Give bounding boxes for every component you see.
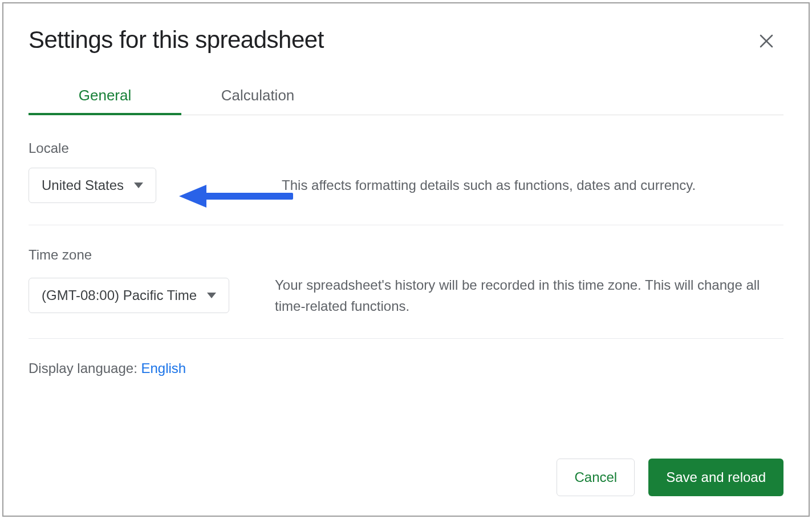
timezone-label: Time zone xyxy=(29,247,783,263)
chevron-down-icon xyxy=(134,183,143,188)
dialog-title: Settings for this spreadsheet xyxy=(29,26,783,54)
display-language-link[interactable]: English xyxy=(141,360,186,376)
timezone-dropdown-value: (GMT-08:00) Pacific Time xyxy=(42,287,197,303)
locale-description: This affects formatting details such as … xyxy=(282,175,783,196)
locale-label: Locale xyxy=(29,140,783,156)
dialog-actions: Cancel Save and reload xyxy=(557,459,783,496)
locale-section: Locale United States This affects format… xyxy=(29,140,783,225)
svg-marker-2 xyxy=(134,183,143,188)
display-language-label: Display language: xyxy=(29,360,141,376)
svg-marker-3 xyxy=(207,293,216,298)
display-language-section: Display language: English xyxy=(29,360,783,376)
tab-general[interactable]: General xyxy=(29,79,181,115)
tab-calculation[interactable]: Calculation xyxy=(181,79,334,115)
chevron-down-icon xyxy=(207,293,216,298)
settings-dialog: Settings for this spreadsheet General Ca… xyxy=(2,2,810,517)
timezone-dropdown[interactable]: (GMT-08:00) Pacific Time xyxy=(29,278,229,313)
locale-dropdown-value: United States xyxy=(42,177,124,193)
close-icon xyxy=(758,33,775,52)
display-language-row: Display language: English xyxy=(29,360,186,376)
locale-dropdown[interactable]: United States xyxy=(29,168,156,203)
timezone-section: Time zone (GMT-08:00) Pacific Time Your … xyxy=(29,247,783,339)
timezone-description: Your spreadsheet's history will be recor… xyxy=(275,274,783,317)
close-button[interactable] xyxy=(755,31,778,54)
cancel-button[interactable]: Cancel xyxy=(557,459,635,496)
tabs: General Calculation xyxy=(29,79,783,115)
save-and-reload-button[interactable]: Save and reload xyxy=(648,459,783,496)
